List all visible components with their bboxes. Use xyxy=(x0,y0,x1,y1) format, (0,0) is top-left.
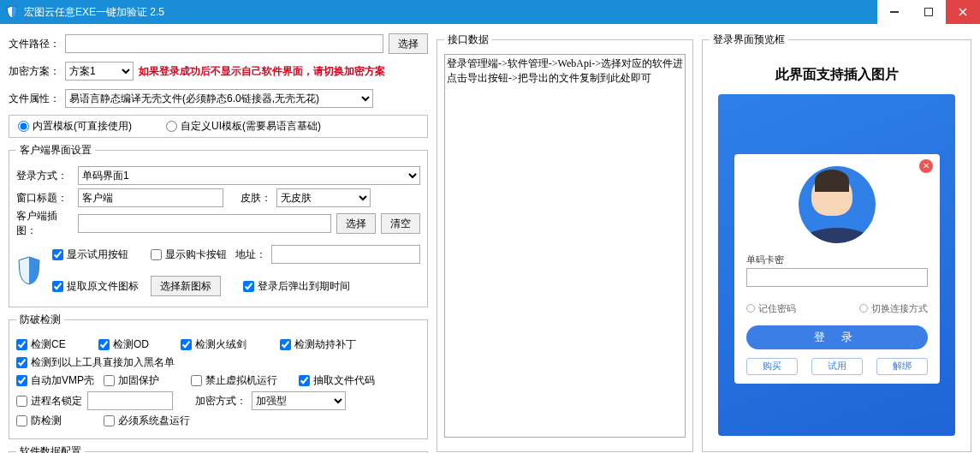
avatar xyxy=(799,166,876,243)
trial-button[interactable]: 试用 xyxy=(811,358,863,375)
detect-hijack-checkbox[interactable]: 检测劫持补丁 xyxy=(280,337,356,352)
extract-icon-checkbox[interactable]: 提取原文件图标 xyxy=(52,279,139,294)
detect-ce-checkbox[interactable]: 检测CE xyxy=(16,337,93,352)
api-textarea[interactable]: 登录管理端->软件管理->WebApi->选择对应的软件进点击导出按钮->把导出… xyxy=(445,55,685,432)
detect-od-checkbox[interactable]: 检测OD xyxy=(98,337,175,352)
preview-legend: 登录界面预览框 xyxy=(710,33,788,47)
login-panel: ✕ 单码卡密 记住密码 切换连接方式 xyxy=(734,154,940,384)
proc-lock-checkbox[interactable]: 进程名锁定 xyxy=(16,394,82,408)
preview-card: ✕ 单码卡密 记住密码 切换连接方式 xyxy=(718,94,955,436)
anticrack-legend: 防破检测 xyxy=(16,313,64,327)
popup-after-login-checkbox[interactable]: 登录后弹出到期时间 xyxy=(243,279,350,294)
proc-lock-input[interactable] xyxy=(87,391,173,410)
app-icon xyxy=(5,5,19,19)
choose-icon-button[interactable]: 选择新图标 xyxy=(151,276,221,296)
login-mode-label: 登录方式： xyxy=(16,169,73,183)
file-path-label: 文件路径： xyxy=(9,37,60,51)
blacklist-checkbox[interactable]: 检测到以上工具直接加入黑名单 xyxy=(16,355,175,370)
file-attr-select[interactable]: 易语言静态编译无壳文件(必须静态6.0链接器,无壳无花) xyxy=(65,89,373,108)
auto-vmp-checkbox[interactable]: 自动加VMP壳 xyxy=(16,373,98,388)
card-key-label: 单码卡密 xyxy=(746,253,928,266)
detect-huorong-checkbox[interactable]: 检测火绒剑 xyxy=(181,337,275,352)
enc-mode-label: 加密方式： xyxy=(195,394,246,408)
remember-password-option[interactable]: 记住密码 xyxy=(746,302,796,315)
buy-button[interactable]: 购买 xyxy=(746,358,798,375)
harden-checkbox[interactable]: 加固保护 xyxy=(104,373,186,388)
extract-code-checkbox[interactable]: 抽取文件代码 xyxy=(299,373,375,388)
client-ui-legend: 客户端界面设置 xyxy=(16,143,95,158)
unbind-button[interactable]: 解绑 xyxy=(876,358,928,375)
api-legend: 接口数据 xyxy=(444,33,492,47)
maximize-button[interactable] xyxy=(912,0,946,24)
encrypt-select[interactable]: 方案1 xyxy=(65,62,134,80)
login-button[interactable]: 登 录 xyxy=(746,325,928,349)
enc-mode-select[interactable]: 加强型 xyxy=(252,391,346,410)
encrypt-label: 加密方案： xyxy=(9,64,60,79)
card-key-input[interactable] xyxy=(746,268,928,287)
window-title-input[interactable] xyxy=(78,188,223,207)
file-path-input[interactable] xyxy=(65,34,383,53)
buy-addr-label: 地址： xyxy=(235,247,266,262)
close-icon[interactable]: ✕ xyxy=(919,159,933,173)
buy-addr-input[interactable] xyxy=(271,245,420,264)
banner-clear-button[interactable]: 清空 xyxy=(381,213,420,234)
encrypt-warning: 如果登录成功后不显示自己软件界面，请切换加密方案 xyxy=(139,64,385,79)
close-button[interactable] xyxy=(946,0,980,24)
banner-select-button[interactable]: 选择 xyxy=(336,213,376,234)
shield-icon xyxy=(16,255,42,286)
window-title-label: 窗口标题： xyxy=(16,191,73,206)
file-path-select-button[interactable]: 选择 xyxy=(389,33,428,54)
window-title: 宏图云任意EXE一键加验证 2.5 xyxy=(24,5,877,20)
switch-connection-option[interactable]: 切换连接方式 xyxy=(859,302,928,315)
template-custom-radio[interactable]: 自定义UI模板(需要易语言基础) xyxy=(166,119,321,134)
skin-label: 皮肤： xyxy=(241,191,271,206)
svg-rect-1 xyxy=(925,9,933,16)
anti-detect-checkbox[interactable]: 防检测 xyxy=(16,414,98,428)
template-builtin-radio[interactable]: 内置模板(可直接使用) xyxy=(18,119,132,134)
banner-label: 客户端插图： xyxy=(16,209,73,238)
skin-select[interactable]: 无皮肤 xyxy=(276,188,371,207)
data-cfg-legend: 软件数据配置 xyxy=(16,444,85,453)
file-attr-label: 文件属性： xyxy=(9,92,60,106)
minimize-button[interactable] xyxy=(877,0,912,24)
no-vm-checkbox[interactable]: 禁止虚拟机运行 xyxy=(191,373,294,388)
require-sysdisk-checkbox[interactable]: 必须系统盘运行 xyxy=(104,414,190,428)
banner-input[interactable] xyxy=(78,214,331,233)
svg-rect-0 xyxy=(890,11,899,13)
login-mode-select[interactable]: 单码界面1 xyxy=(78,166,420,185)
show-trial-checkbox[interactable]: 显示试用按钮 xyxy=(52,247,128,262)
preview-title: 此界面支持插入图片 xyxy=(710,54,964,94)
show-buy-checkbox[interactable]: 显示购卡按钮 xyxy=(151,247,227,262)
